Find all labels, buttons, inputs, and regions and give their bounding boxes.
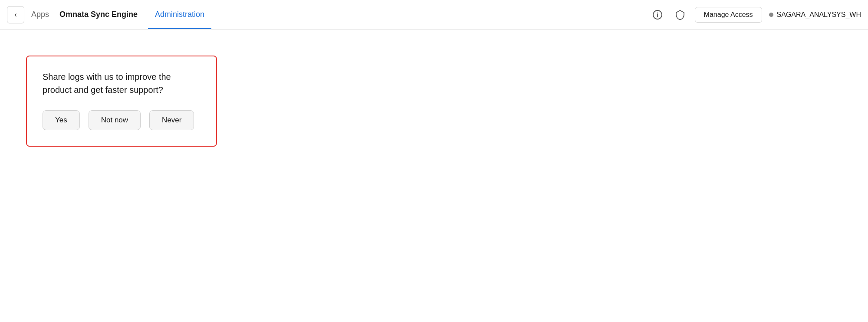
share-logs-dialog: Share logs with us to improve the produc… (26, 56, 217, 147)
nav-tabs: Administration (148, 0, 211, 29)
tab-administration[interactable]: Administration (148, 0, 211, 29)
user-status-dot (769, 13, 773, 17)
shield-icon[interactable] (672, 7, 688, 23)
main-content: Share logs with us to improve the produc… (0, 30, 868, 322)
back-button[interactable]: ‹ (7, 6, 24, 23)
user-name: SAGARA_ANALYSYS_WH (777, 11, 861, 19)
user-indicator: SAGARA_ANALYSYS_WH (769, 11, 861, 19)
info-icon[interactable] (650, 7, 665, 23)
yes-button[interactable]: Yes (43, 110, 80, 130)
not-now-button[interactable]: Not now (89, 110, 141, 130)
dialog-buttons: Yes Not now Never (43, 110, 201, 130)
back-icon: ‹ (14, 11, 16, 19)
never-button[interactable]: Never (149, 110, 194, 130)
apps-link[interactable]: Apps (28, 10, 53, 19)
manage-access-button[interactable]: Manage Access (695, 7, 762, 23)
header: ‹ Apps Omnata Sync Engine Administration… (0, 0, 868, 30)
app-name: Omnata Sync Engine (56, 10, 141, 19)
nav-left: ‹ Apps Omnata Sync Engine (7, 0, 141, 29)
nav-right: Manage Access SAGARA_ANALYSYS_WH (650, 0, 861, 29)
dialog-message: Share logs with us to improve the produc… (43, 70, 201, 96)
